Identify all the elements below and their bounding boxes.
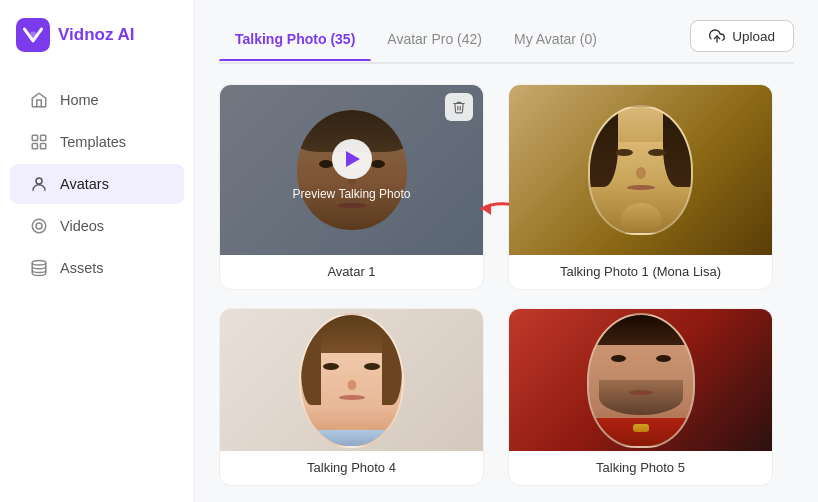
play-button[interactable] [332, 139, 372, 179]
logo-text: Vidnoz AI [58, 25, 135, 45]
main-content: Talking Photo (35) Avatar Pro (42) My Av… [195, 0, 818, 502]
mona-lisa-label: Talking Photo 1 (Mona Lisa) [552, 255, 729, 289]
sidebar-item-avatars-label: Avatars [60, 176, 109, 192]
upload-button[interactable]: Upload [690, 20, 794, 52]
sidebar-item-assets[interactable]: Assets [10, 248, 184, 288]
sidebar-item-avatars[interactable]: Avatars [10, 164, 184, 204]
card-image-mona-lisa [509, 85, 772, 255]
avatars-icon [30, 175, 48, 193]
card-image-talking4 [220, 309, 483, 451]
avatar-card-mona-lisa[interactable]: Talking Photo 1 (Mona Lisa) [508, 84, 773, 290]
play-triangle-icon [346, 151, 360, 167]
sidebar: Vidnoz AI Home Templa [0, 0, 195, 502]
avatar-card-avatar1[interactable]: Preview Talking Photo Avatar 1 [219, 84, 484, 290]
svg-point-9 [32, 261, 46, 266]
avatar-card-talking5[interactable]: Talking Photo 5 [508, 308, 773, 486]
svg-point-8 [36, 223, 42, 229]
tab-avatar-pro[interactable]: Avatar Pro (42) [371, 23, 498, 59]
delete-avatar1-button[interactable] [445, 93, 473, 121]
nav-list: Home Templates Avatars [0, 70, 194, 502]
logo-area: Vidnoz AI [0, 0, 194, 70]
talking4-label: Talking Photo 4 [299, 451, 404, 485]
sidebar-item-home[interactable]: Home [10, 80, 184, 120]
avatar-grid: Preview Talking Photo Avatar 1 [219, 84, 794, 486]
talking5-label: Talking Photo 5 [588, 451, 693, 485]
upload-button-label: Upload [732, 29, 775, 44]
sidebar-item-templates[interactable]: Templates [10, 122, 184, 162]
svg-rect-5 [41, 144, 46, 149]
upload-icon [709, 28, 725, 44]
card-image-avatar1: Preview Talking Photo [220, 85, 483, 255]
card-overlay-avatar1: Preview Talking Photo [220, 85, 483, 255]
svg-rect-2 [32, 135, 37, 140]
card-image-talking5 [509, 309, 772, 451]
logo-icon [16, 18, 50, 52]
trash-icon [452, 100, 466, 114]
preview-label: Preview Talking Photo [293, 187, 411, 201]
sidebar-item-assets-label: Assets [60, 260, 104, 276]
sidebar-item-videos[interactable]: Videos [10, 206, 184, 246]
svg-rect-4 [32, 144, 37, 149]
card-wrapper-avatar1: Preview Talking Photo Avatar 1 [219, 84, 484, 290]
sidebar-item-templates-label: Templates [60, 134, 126, 150]
home-icon [30, 91, 48, 109]
assets-icon [30, 259, 48, 277]
videos-icon [30, 217, 48, 235]
svg-point-6 [36, 178, 42, 184]
tabs-row: Talking Photo (35) Avatar Pro (42) My Av… [219, 20, 794, 64]
tab-my-avatar[interactable]: My Avatar (0) [498, 23, 613, 59]
avatar1-label: Avatar 1 [319, 255, 383, 289]
templates-icon [30, 133, 48, 151]
svg-rect-3 [41, 135, 46, 140]
avatar-card-talking4[interactable]: Talking Photo 4 [219, 308, 484, 486]
sidebar-item-home-label: Home [60, 92, 99, 108]
tab-talking-photo[interactable]: Talking Photo (35) [219, 23, 371, 59]
svg-point-1 [30, 32, 37, 39]
svg-point-7 [32, 219, 46, 233]
sidebar-item-videos-label: Videos [60, 218, 104, 234]
